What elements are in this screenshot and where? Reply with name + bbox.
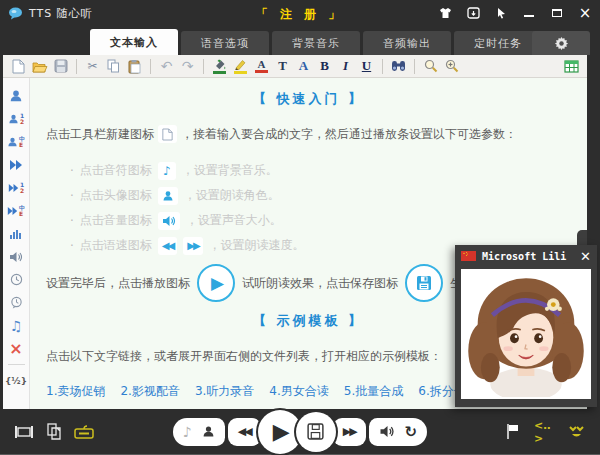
redo-icon[interactable]: ↷ [178,57,197,76]
tab-background-music[interactable]: 背景音乐 [272,31,360,55]
toolbar: ✂ ↶ ↷ A T A B [3,55,587,78]
app-window: TTS 随心听 「 注 册 」 × 文本输入 语音选项 背景音乐 音频输出 定时… [0,0,600,455]
sidebar-separator [8,364,25,365]
maximize-button[interactable] [550,6,564,20]
highlight-icon[interactable] [231,57,250,76]
window-title: TTS 随心听 [29,6,93,21]
register-link[interactable]: 「 注 册 」 [256,7,345,21]
table-icon[interactable] [562,57,581,76]
popup-close-icon[interactable]: ✕ [580,249,591,264]
music-note-inline-icon: ♪ [158,162,176,180]
zoom-in-icon[interactable] [442,57,461,76]
quickstart-paragraph: 点击工具栏新建图标 ，接着输入要合成的文字，然后通过播放条设置以下可选参数： [46,124,571,144]
save-demo-icon [405,264,443,302]
new-icon[interactable] [9,57,28,76]
brace-variable-icon[interactable]: {½} [3,369,30,392]
new-doc-inline-icon [158,125,177,143]
rewind-inline-icon: ◀◀ [158,237,177,255]
player-forward-segment: ▶▶ [333,418,366,446]
option-list: · 点击音符图标 ♪ ，设置背景音乐。 · 点击头像图标 ，设置朗读角色。 [46,158,571,258]
repeat-button[interactable]: ↻ [405,423,418,441]
player-left-segment: ♪ [173,418,225,446]
sidebar: 12 中E 12 中E [3,78,30,409]
font-color-icon[interactable]: A [252,57,271,76]
cut-icon[interactable]: ✂ [83,57,102,76]
fill-color-icon[interactable] [210,57,229,76]
rewind-button[interactable]: ◀◀ [238,425,251,438]
flag-icon[interactable] [502,422,522,442]
voice-button[interactable] [202,425,215,438]
text-style-icon[interactable]: T [273,57,292,76]
reader-role-icon[interactable] [3,84,30,107]
underline-icon[interactable]: U [357,57,376,76]
music-note-icon[interactable]: ♫ [3,314,30,337]
titlebar: TTS 随心听 「 注 册 」 × [0,0,600,26]
app-icon [8,7,23,20]
tab-text-input[interactable]: 文本输入 [90,29,178,55]
link-template-1[interactable]: 1.卖场促销 [46,383,105,400]
popup-avatar-panel [461,269,591,399]
save-icon[interactable] [51,57,70,76]
link-template-4[interactable]: 4.男女合读 [269,383,328,400]
forward-button[interactable]: ▶▶ [343,425,356,438]
volume-button[interactable] [379,425,395,438]
tab-bar: 文本输入 语音选项 背景音乐 音频输出 定时任务 [0,26,600,55]
undo-icon[interactable]: ↶ [157,57,176,76]
code-icon[interactable]: <‥> [534,422,554,442]
speed-number-icon[interactable]: 12 [3,176,30,199]
bgm-button[interactable]: ♪ [183,424,192,440]
speed-icon[interactable] [3,153,30,176]
bullet-reader-role: · 点击头像图标 ，设置朗读角色。 [46,183,571,208]
find-icon[interactable] [389,57,408,76]
play-demo-icon: ▶ [197,264,235,302]
china-flag-icon [461,251,476,261]
section-title-quickstart: 【 快速入门 】 [46,90,571,108]
clock-icon[interactable] [3,268,30,291]
smiley-icon[interactable] [566,422,586,442]
font-icon[interactable]: A [294,57,313,76]
bold-icon[interactable]: B [315,57,334,76]
player-right-segment: ↻ [369,418,428,446]
avatar-inline-icon [158,187,178,205]
popup-header[interactable]: Microsoft Lili ✕ [455,245,597,267]
minimize-button[interactable] [522,6,536,20]
gear-icon [554,36,569,51]
copy-icon[interactable] [104,57,123,76]
forward-inline-icon: ▶▶ [183,237,202,255]
close-button[interactable]: × [578,6,592,20]
popup-title: Microsoft Lili [482,251,574,262]
volume-bars-icon[interactable] [3,222,30,245]
link-template-5[interactable]: 5.批量合成 [344,383,403,400]
bottom-bar: ♪ ◀◀ ▶ ▶▶ ↻ [0,409,600,454]
paste-icon[interactable] [125,57,144,76]
voice-preview-popup: Microsoft Lili ✕ [455,245,597,407]
settings-button[interactable] [532,31,590,55]
speaker-icon[interactable] [3,245,30,268]
tab-audio-output[interactable]: 音频输出 [363,31,451,55]
save-mp3-button[interactable] [296,412,336,452]
tray-icon[interactable] [466,6,480,20]
italic-icon[interactable]: I [336,57,355,76]
cursor-icon[interactable] [494,6,508,20]
player-rewind-segment: ◀◀ [228,418,261,446]
tab-voice-options[interactable]: 语音选项 [181,31,269,55]
reader-number-icon[interactable]: 12 [3,107,30,130]
speed-language-icon[interactable]: 中E [3,199,30,222]
link-template-3[interactable]: 3.听力录音 [195,383,254,400]
volume-inline-icon [158,212,180,230]
zoom-out-icon[interactable] [421,57,440,76]
avatar [463,271,589,397]
link-template-2[interactable]: 2.影视配音 [120,383,179,400]
tab-scheduled-tasks[interactable]: 定时任务 [454,31,542,55]
reader-language-icon[interactable]: 中E [3,130,30,153]
shirt-icon[interactable] [438,6,452,20]
open-icon[interactable] [30,57,49,76]
clock-chat-icon[interactable] [3,291,30,314]
delete-icon[interactable]: × [3,337,30,360]
bullet-background-music: · 点击音符图标 ♪ ，设置背景音乐。 [46,158,571,183]
bullet-volume: · 点击音量图标 ，设置声音大小。 [46,208,571,233]
